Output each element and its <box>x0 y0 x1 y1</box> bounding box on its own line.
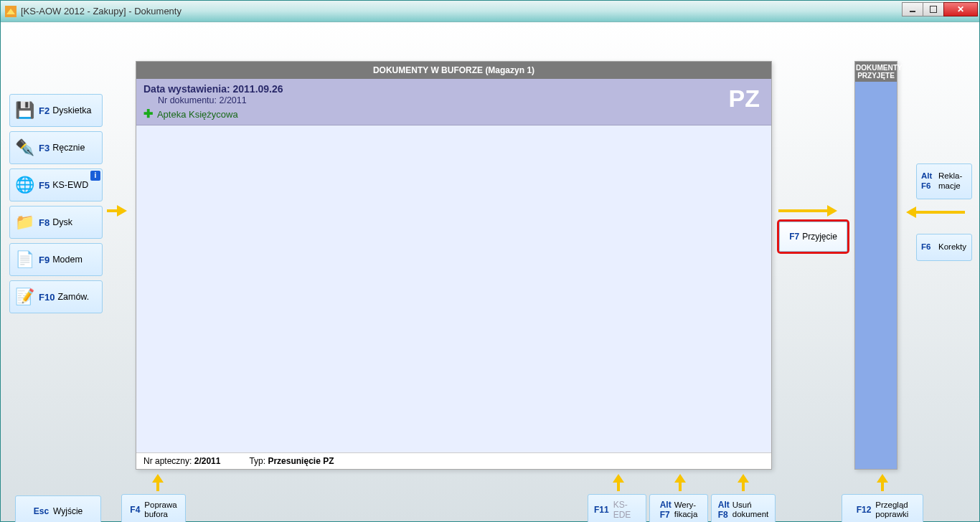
fkey-label: Alt <box>921 171 938 181</box>
accepted-panel: DOKUMENTY PRZYJĘTE <box>854 61 897 470</box>
footer-typ-label: Typ: <box>249 456 265 466</box>
altf8-usun-dokument-button[interactable]: Alt F8 Usuń dokument <box>711 494 776 522</box>
f8-dysk-button[interactable]: 📁 F8 Dysk <box>9 206 103 239</box>
footer-nr-label: Nr apteczny: <box>143 456 192 466</box>
arrow-right-icon <box>778 204 840 217</box>
label: Wyjście <box>53 506 83 516</box>
app-window: [KS-AOW 2012 - Zakupy] - Dokumenty 💾 F2 … <box>0 0 980 522</box>
docnr-line: Nr dokumentu: 2/2011 <box>143 95 764 105</box>
document-header[interactable]: Data wystawienia: 2011.09.26 Nr dokument… <box>136 79 771 125</box>
fkey-label: F6 <box>921 242 938 252</box>
accepted-panel-title: DOKUMENTY PRZYJĘTE <box>855 62 897 82</box>
footer-typ: Przesunięcie PZ <box>268 456 334 466</box>
maximize-button[interactable] <box>923 2 944 16</box>
arrow-up-icon <box>674 473 687 491</box>
fkey-label: Alt <box>718 500 730 510</box>
pharmacy-line: ✚ Apteka Księżycowa <box>143 107 764 120</box>
document-footer: Nr apteczny: 2/2011 Typ: Przesunięcie PZ <box>136 452 771 469</box>
f10-zamow-button[interactable]: 📝 F10 Zamów. <box>9 280 103 313</box>
label-line1: Poprawa <box>144 500 176 510</box>
document-body <box>136 125 771 452</box>
esc-wyjscie-button[interactable]: Esc Wyjście <box>15 495 101 522</box>
app-icon <box>5 6 17 17</box>
fkey-label: Esc <box>34 506 49 516</box>
f6-korekty-button[interactable]: F6Korekty <box>916 234 972 261</box>
arrow-up-icon <box>612 473 625 491</box>
fkey-label: F5 <box>39 180 50 191</box>
titlebar[interactable]: [KS-AOW 2012 - Zakupy] - Dokumenty <box>1 1 979 22</box>
window-title: [KS-AOW 2012 - Zakupy] - Dokumenty <box>21 6 182 16</box>
plus-icon: ✚ <box>143 108 153 120</box>
f3-recznie-button[interactable]: ✒️ F3 Ręcznie <box>9 131 103 164</box>
folder-icon: 📁 <box>14 212 34 232</box>
info-badge-icon: i <box>90 171 100 181</box>
pharmacy-name: Apteka Księżycowa <box>157 109 238 120</box>
arrow-up-icon <box>151 473 164 491</box>
label-line1: Wery- <box>674 500 698 510</box>
left-toolbar: 💾 F2 Dyskietka ✒️ F3 Ręcznie 🌐 F5 KS-EWD… <box>9 94 103 313</box>
modem-icon: 📄 <box>14 250 34 270</box>
label-line1: Przegląd <box>875 500 908 510</box>
globe-icon: 🌐 <box>14 175 34 195</box>
label-part1: Rekla- <box>938 171 962 181</box>
fkey-label: F7 <box>789 232 799 242</box>
note-icon: 📝 <box>14 287 34 307</box>
f12-przeglad-poprawki-button[interactable]: F12 Przegląd poprawki <box>842 494 923 522</box>
accepted-panel-body[interactable] <box>855 82 897 469</box>
arrow-right-icon <box>107 204 128 217</box>
fkey-label: F8 <box>718 510 728 520</box>
fkey-label: F11 <box>594 505 609 515</box>
window-controls <box>903 2 978 16</box>
fkey-label: F2 <box>39 105 50 116</box>
altf7-weryfikacja-button[interactable]: Alt F7 Wery- fikacja <box>649 494 708 522</box>
f2-dyskietka-button[interactable]: 💾 F2 Dyskietka <box>9 94 103 127</box>
label: Zamów. <box>57 292 89 302</box>
fkey-label: F9 <box>39 255 50 265</box>
fkey-label: F4 <box>130 505 140 515</box>
label-line2: fikacja <box>674 510 698 519</box>
arrow-up-icon <box>876 473 889 491</box>
altf6-reklamacje-button[interactable]: AltRekla- F6macje <box>916 163 972 199</box>
floppy-icon: 💾 <box>14 100 34 120</box>
doc-type-label: PZ <box>729 85 760 113</box>
f9-modem-button[interactable]: 📄 F9 Modem <box>9 243 103 276</box>
fkey-label: F8 <box>39 217 50 228</box>
label: Ręcznie <box>52 143 85 153</box>
close-button[interactable] <box>943 2 978 16</box>
fkey-label: F10 <box>39 292 55 303</box>
label-line1: Usuń <box>732 500 769 510</box>
f5-ksewd-button[interactable]: 🌐 F5 KS-EWD i <box>9 169 103 201</box>
f11-ksede-button[interactable]: F11 KS-EDE <box>588 494 646 522</box>
fkey-label: F6 <box>921 181 938 191</box>
fkey-label: F12 <box>857 505 872 515</box>
label: Korekty <box>938 242 966 252</box>
fkey-label: F3 <box>39 143 50 153</box>
footer-nr: 2/2011 <box>194 456 221 466</box>
buffer-panel-title: DOKUMENTY W BUFORZE (Magazyn 1) <box>136 62 771 79</box>
label: Przyjęcie <box>802 232 837 242</box>
arrow-up-icon <box>737 473 750 491</box>
label: Dysk <box>52 217 72 227</box>
fkey-label: F7 <box>660 510 670 520</box>
date-line: Data wystawienia: 2011.09.26 <box>143 83 764 95</box>
buffer-panel: DOKUMENTY W BUFORZE (Magazyn 1) Data wys… <box>136 61 772 470</box>
label: Dyskietka <box>52 105 91 115</box>
label-part2: macje <box>938 181 961 191</box>
label-line2: poprawki <box>875 510 908 519</box>
label-line2: dokument <box>732 510 769 519</box>
pen-icon: ✒️ <box>14 138 34 158</box>
label: KS-EDE <box>613 500 640 520</box>
right-sidebar: AltRekla- F6macje F6Korekty <box>916 163 972 261</box>
label-line2: bufora <box>144 510 176 519</box>
fkey-label: Alt <box>660 500 672 510</box>
f4-poprawa-bufora-button[interactable]: F4 Poprawa bufora <box>121 494 186 522</box>
label: KS-EWD <box>52 180 88 190</box>
minimize-button[interactable] <box>902 2 923 16</box>
client-area: 💾 F2 Dyskietka ✒️ F3 Ręcznie 🌐 F5 KS-EWD… <box>1 22 979 521</box>
f7-przyjecie-button[interactable]: F7 Przyjęcie <box>779 222 847 252</box>
label: Modem <box>52 255 83 265</box>
